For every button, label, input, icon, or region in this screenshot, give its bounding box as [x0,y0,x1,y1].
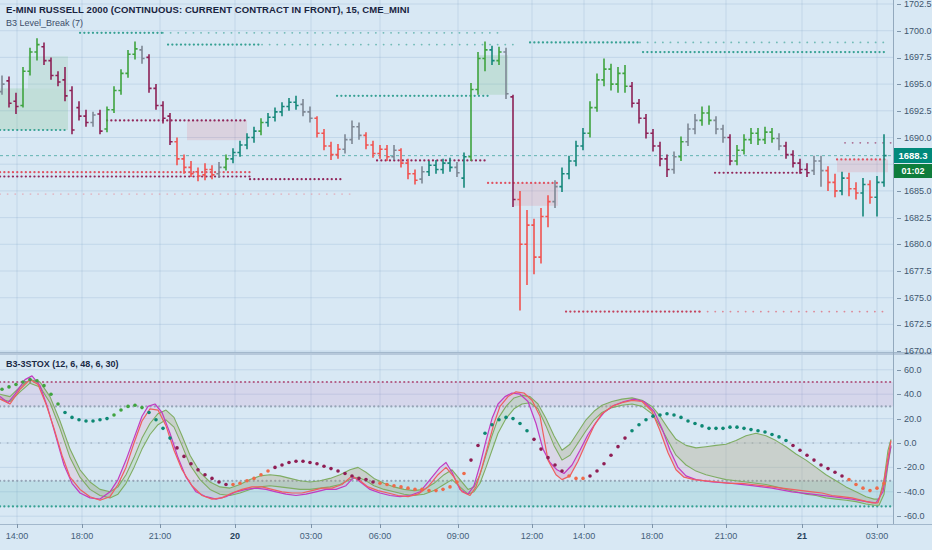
ohlc-bar [391,145,396,160]
price-axis-tick: 1675.0 [897,293,932,303]
signal-dot [294,460,298,464]
price-axis-tick: 1680.0 [897,239,932,249]
level-zone [187,120,247,140]
time-axis-tick: 03:00 [300,531,323,541]
signal-dot [553,463,557,467]
ohlc-bar [321,129,326,150]
price-chart-canvas[interactable] [0,0,893,352]
signal-dot [392,484,396,488]
ohlc-bar [83,110,88,127]
ohlc-bar [426,161,431,176]
signal-dot [238,481,242,485]
oscillator-canvas[interactable] [0,355,893,524]
signal-dot [0,388,4,392]
price-axis-tick: 1700.0 [897,26,932,36]
time-tick-mark [532,524,533,528]
ohlc-bar [580,128,585,150]
oscillator-pane[interactable] [0,355,893,524]
ohlc-bar [139,46,144,64]
ohlc-bar [251,127,256,143]
ohlc-bar [433,160,438,174]
time-tick-mark [311,524,312,528]
symbol-title[interactable]: E-MINI RUSSELL 2000 (CONTINUOUS: CURRENT… [6,4,410,15]
signal-dot [385,483,389,487]
ohlc-bar [468,83,473,161]
ohlc-bar [265,113,270,127]
ohlc-bar [874,176,879,217]
price-pane[interactable] [0,0,893,352]
level-zone [837,159,888,172]
ohlc-bar [293,96,298,110]
signal-dot [735,425,739,429]
ohlc-bar [622,65,627,93]
signal-dot [721,427,725,431]
ohlc-bar [279,102,284,116]
signal-dot [651,414,655,418]
signal-dot [539,447,543,451]
signal-dot [770,433,774,437]
ohlc-bar [685,124,690,146]
time-tick-mark [652,524,653,528]
signal-dot [266,469,270,473]
ohlc-bar [335,144,340,159]
signal-dot [714,427,718,431]
ohlc-bar [258,118,263,135]
ohlc-bar [867,180,872,203]
signal-dot [462,472,466,476]
ohlc-bar [650,129,655,151]
ohlc-bar [195,167,200,181]
signal-dot [343,472,347,476]
ohlc-bar [657,142,662,167]
oscillator-band [0,382,893,406]
time-axis-tick: 18:00 [71,531,94,541]
signal-dot [672,413,676,417]
signal-dot [630,429,634,433]
ohlc-bar [524,210,529,285]
signal-dot [700,424,704,428]
ohlc-bar [517,191,522,311]
signal-dot [448,485,452,489]
signal-dot [602,462,606,466]
ohlc-bar [167,113,172,145]
oscillator-axis-tick: 40.0 [897,389,922,399]
pane-separator[interactable] [0,352,932,355]
signal-dot [427,489,431,493]
signal-dot [469,458,473,462]
signal-dot [497,418,501,422]
price-axis-tick: 1692.5 [897,106,932,116]
signal-dot [399,485,403,489]
time-axis-tick: 14:00 [573,531,596,541]
signal-dot [679,416,683,420]
ohlc-bar [776,133,781,150]
indicator-title-level-break[interactable]: B3 Level_Break (7) [6,18,410,28]
signal-dot [112,413,116,417]
signal-dot [658,413,662,417]
signal-dot [98,418,102,422]
level-zone [28,56,68,88]
signal-dot [175,446,179,450]
time-tick-mark [17,524,18,528]
indicator-title-3stox[interactable]: B3-3STOX (12, 6, 48, 6, 30) [6,359,118,369]
ohlc-bar [762,127,767,144]
signal-dot [14,383,18,387]
ohlc-bar [727,134,732,165]
signal-dot [196,468,200,472]
ohlc-bar [601,58,606,86]
signal-dot [210,477,214,481]
ohlc-bar [678,136,683,161]
time-axis-tick: 18:00 [641,531,664,541]
signal-dot [252,477,256,481]
ohlc-bar [734,145,739,165]
signal-dot [868,489,872,493]
ohlc-bar [566,156,571,179]
oscillator-axis-tick: -60.0 [897,511,925,521]
signal-dot [490,423,494,427]
signal-dot [308,461,312,465]
ohlc-bar [447,158,452,172]
signal-dot [77,418,81,422]
ohlc-bar [132,41,137,59]
signal-dot [161,427,165,431]
signal-dot [574,477,578,481]
ohlc-bar [188,161,193,177]
signal-dot [119,408,123,412]
